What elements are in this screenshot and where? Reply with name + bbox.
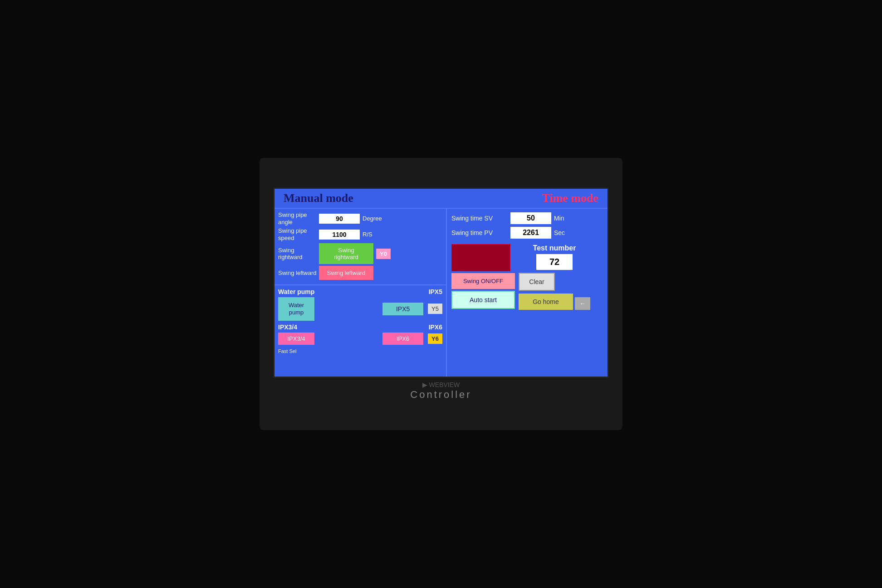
go-home-button[interactable]: Go home (519, 294, 573, 310)
swing-time-pv-unit: Sec (554, 229, 565, 236)
red-status-indicator (451, 244, 510, 271)
fast-sel-label: Fast Sel (278, 347, 442, 355)
auto-start-button[interactable]: Auto start (451, 291, 515, 309)
ipx5-button[interactable]: IPX5 (382, 303, 423, 315)
right-panel: Swing time SV Min Swing time PV Sec Swin… (447, 209, 608, 377)
ipx34-button[interactable]: IPX3/4 (278, 333, 314, 345)
test-number-label: Test number (533, 244, 576, 252)
ipx34-ipx6-row: IPX3/4 IPX6 Y6 (278, 333, 442, 345)
water-pump-button[interactable]: Water pump (278, 297, 314, 320)
controller-body: Manual mode Time mode Swing pipe angle D… (260, 158, 622, 430)
water-pump-label: Water pump (278, 288, 314, 295)
ipx5-section-label: IPX5 (429, 288, 442, 295)
test-number-section: Test number (519, 244, 590, 270)
swing-time-sv-unit: Min (554, 215, 564, 222)
screen: Manual mode Time mode Swing pipe angle D… (273, 187, 609, 378)
swing-time-sv-label: Swing time SV (451, 215, 510, 222)
ipx34-ipx6-header: IPX3/4 IPX6 (278, 323, 442, 331)
swing-time-sv-input[interactable] (510, 212, 551, 224)
webview-logo-area: ▶ WEBVIEW (422, 381, 460, 389)
swing-pipe-angle-row: Swing pipe angle Degree (278, 211, 442, 225)
test-number-input[interactable] (536, 254, 573, 270)
go-home-nav-row: Go home ← (519, 294, 590, 310)
swing-pipe-speed-row: Swing pipe speed R/S (278, 227, 442, 241)
swing-rightward-button[interactable]: Swing rightward (319, 243, 373, 264)
swing-pipe-angle-unit: Degree (363, 215, 382, 222)
left-top: Swing pipe angle Degree Swing pipe speed… (274, 209, 446, 285)
screen-header: Manual mode Time mode (274, 189, 608, 208)
time-mode-title: Time mode (542, 191, 598, 205)
ipx34-label: IPX3/4 (278, 323, 297, 331)
y0-indicator: Y0 (376, 249, 391, 259)
webview-logo: ▶ WEBVIEW (422, 381, 460, 388)
manual-mode-title: Manual mode (284, 191, 353, 205)
screen-body: Swing pipe angle Degree Swing pipe speed… (274, 208, 608, 377)
left-indicators: Swing ON/OFF Auto start (451, 244, 515, 310)
swing-pipe-speed-input[interactable] (319, 230, 360, 240)
left-bottom: Water pump IPX5 Water pump IPX5 Y5 IPX3/… (274, 285, 446, 377)
swing-rightward-label: Swing rightward (278, 247, 319, 261)
controller-label: Controller (410, 389, 471, 400)
swing-rightward-row: Swing rightward Swing rightward Y0 (278, 243, 442, 264)
swing-leftward-label: Swing leftward (278, 270, 319, 277)
swing-time-sv-row: Swing time SV Min (451, 212, 603, 224)
ipx6-button[interactable]: IPX6 (382, 333, 423, 345)
swing-time-pv-input[interactable] (510, 227, 551, 239)
nav-arrow-button[interactable]: ← (575, 297, 590, 310)
swing-pipe-speed-label: Swing pipe speed (278, 227, 319, 241)
left-panel: Swing pipe angle Degree Swing pipe speed… (274, 209, 447, 377)
swing-pipe-angle-input[interactable] (319, 214, 360, 224)
clear-button[interactable]: Clear (519, 273, 555, 291)
swing-leftward-row: Swing leftward Swing leftward (278, 266, 442, 280)
y5-indicator: Y5 (428, 304, 442, 314)
right-controls: Test number Clear Go home ← (519, 244, 590, 310)
ipx6-label: IPX6 (429, 323, 442, 331)
right-middle-wrapper: Swing ON/OFF Auto start Test number Clea… (451, 244, 603, 310)
swing-pipe-angle-label: Swing pipe angle (278, 211, 319, 225)
swing-pipe-speed-unit: R/S (363, 231, 372, 238)
swing-time-pv-row: Swing time PV Sec (451, 227, 603, 239)
water-pump-section-header: Water pump IPX5 (278, 288, 442, 295)
controller-label-area: Controller (410, 389, 471, 401)
y6-indicator: Y6 (428, 333, 442, 344)
swing-time-pv-label: Swing time PV (451, 229, 510, 236)
swing-onoff-button[interactable]: Swing ON/OFF (451, 273, 515, 289)
water-pump-ipx5-row: Water pump IPX5 Y5 (278, 297, 442, 320)
swing-leftward-button[interactable]: Swing leftward (319, 266, 373, 280)
